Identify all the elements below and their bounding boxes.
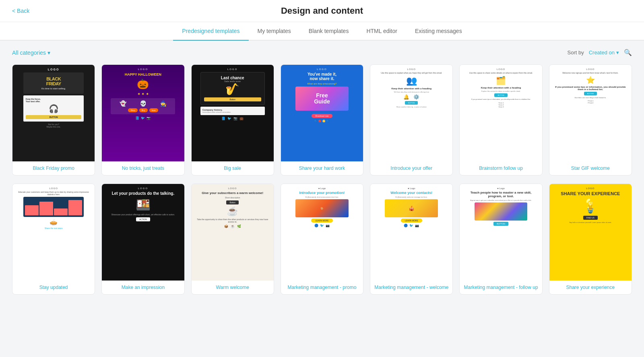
preview-button: BUTTON: [26, 115, 82, 119]
preview-button: ACTION: [136, 217, 150, 221]
btn3: Now: [149, 108, 158, 112]
template-preview: LOGO Use this space to share some detail…: [460, 65, 542, 161]
preview-text: A great way to get your subscriber more …: [470, 199, 531, 201]
preview-text: Take the opportunity to show them the ot…: [195, 218, 270, 223]
template-card-intro-offer[interactable]: LOGO Use this space to explain what you …: [370, 64, 453, 175]
boo-icon: 🎃: [137, 78, 149, 90]
preview-subtitle: Showcase your product offerings with sho…: [111, 213, 175, 216]
skull-icon: 💀: [140, 100, 147, 107]
template-card-marketing-welcome[interactable]: ● Logo Welcome your contacts! Hi {{first…: [370, 184, 453, 295]
template-card-marketing-promo[interactable]: ● Logo Introduce your promotion! Hi {{fi…: [281, 184, 363, 295]
template-preview: ● Logo Teach people how to master a new …: [460, 184, 542, 281]
bar2: [39, 202, 53, 215]
social-fb: 📘: [221, 117, 225, 120]
tab-existing-messages[interactable]: Existing messages: [406, 22, 471, 41]
tab-predesigned[interactable]: Predesigned templates: [173, 22, 248, 41]
template-preview: ● Logo Introduce your promotion! Hi {{fi…: [281, 184, 363, 281]
template-card-share-work[interactable]: LOGO You've made it,now share it. What a…: [281, 64, 363, 175]
social-li: 💼: [239, 117, 244, 120]
social-fb: 📘: [135, 116, 139, 120]
icon2: ⚙️: [413, 94, 419, 100]
tab-html-editor[interactable]: HTML editor: [357, 22, 406, 41]
template-name: Marketing management - promo: [281, 281, 363, 294]
template-name: Marketing management - welcome: [370, 281, 452, 294]
categories-button[interactable]: All categories ▾: [12, 50, 50, 56]
template-name: Black Friday promo: [12, 161, 95, 175]
template-card-black-friday[interactable]: LOGO BLACKFRIDAY It's time to start sell…: [12, 64, 95, 175]
preview-logo: LOGO: [48, 68, 60, 71]
preview-subtitle: Short description: [225, 196, 240, 199]
icon1: 📦: [224, 225, 228, 228]
preview-icons: 🗂️: [496, 76, 506, 85]
preview-banner: Last chance Sale ends soon 🎷 Button: [200, 72, 265, 105]
icon3: 🌿: [237, 225, 241, 228]
bar3: [54, 208, 68, 215]
template-card-marketing-followup[interactable]: ● Logo Teach people how to master a new …: [459, 184, 542, 295]
preview-subtext: Explore this content for ideas or anothe…: [481, 90, 520, 92]
template-preview: LOGO HAPPY HALLOWEEN 🎃 ✦ ✦ ✦ 👻 💀 🧙 Shop …: [102, 65, 184, 161]
template-card-big-sale[interactable]: LOGO Last chance Sale ends soon 🎷 Button…: [191, 64, 274, 175]
ghost-icon: 👻: [120, 100, 126, 107]
social2: 🐦: [320, 224, 324, 227]
preview-logo: LOGO: [497, 68, 505, 70]
preview-social: 📘 🐦 📷 💼: [221, 117, 244, 120]
social1: 🔵: [404, 224, 408, 227]
social-icon2: 🔴: [318, 120, 321, 122]
social-tw: 🐦: [141, 116, 145, 120]
sort-value: Created on: [589, 50, 615, 56]
template-card-stay-updated[interactable]: LOGO Educate your customers and keep the…: [12, 184, 95, 295]
preview-button: Download now: [312, 114, 333, 118]
preview-text1: Use this space to share some details on …: [469, 72, 533, 74]
sort-button[interactable]: Created on ▾: [589, 50, 619, 56]
search-button[interactable]: 🔍: [624, 49, 632, 56]
page-title: Design and content: [281, 6, 363, 16]
template-name: Warm welcome: [192, 281, 274, 294]
preview-logo: ● Logo: [497, 187, 505, 190]
template-name: Marketing management - follow up: [460, 281, 542, 294]
preview-text: Say hello or introduce yourself. Lorem i…: [569, 221, 611, 223]
halloween-icons: 👻 💀 🧙: [113, 100, 173, 107]
preview-content: 👻 💀 🧙 Shop Buy Now: [111, 98, 175, 114]
tab-blank-templates[interactable]: Blank templates: [300, 22, 358, 41]
preview-button: Button: [204, 97, 261, 101]
preview-title: Introduce your promotion!: [299, 191, 345, 195]
categories-label: All categories: [12, 50, 46, 56]
preview-icons: 📦 ☕ 🌿: [224, 225, 241, 228]
social2: 🐦: [409, 224, 413, 227]
preview-text: Educate your customers and keep them up …: [16, 191, 91, 196]
product-icon: 🎷: [204, 83, 261, 96]
witch-icon: 🧙: [160, 100, 167, 107]
tab-my-templates[interactable]: My templates: [249, 22, 300, 41]
people-icon: 👥: [406, 76, 417, 86]
categories-chevron-icon: ▾: [47, 50, 50, 56]
btn1: Shop: [128, 108, 138, 112]
preview-list: • Point 1• Point 2: [587, 100, 593, 104]
back-button[interactable]: < Back: [12, 8, 29, 14]
preview-title: Give your subscribers a warm welcome!: [202, 191, 263, 195]
template-card-make-impression[interactable]: LOGO Let your products do the talking. 🍱…: [101, 184, 184, 295]
share-text: Share the root steps: [45, 227, 63, 229]
icons-row: 🔔 ⚙️: [403, 94, 419, 100]
preview-title: SHARE YOUR EXPERIENCE: [561, 191, 620, 196]
preview-button: BUTTON: [405, 101, 418, 105]
preview-list: • Item 1• Item 2• Item 3: [498, 102, 504, 108]
template-preview: LOGO Let your products do the talking. 🍱…: [102, 184, 184, 281]
template-name: Share your experience: [549, 281, 632, 294]
sort-area: Sort by Created on ▾ 🔍: [567, 49, 632, 56]
preview-button: LEARN MORE: [311, 219, 332, 223]
template-card-brainstorm[interactable]: LOGO Use this space to share some detail…: [459, 64, 542, 175]
template-card-star-gif[interactable]: LOGO Welcome new signups and let them kn…: [549, 64, 632, 175]
template-card-warm-welcome[interactable]: LOGO Give your subscribers a warm welcom…: [191, 184, 274, 295]
template-card-halloween[interactable]: LOGO HAPPY HALLOWEEN 🎃 ✦ ✦ ✦ 👻 💀 🧙 Shop …: [101, 64, 184, 175]
template-card-share-experience[interactable]: LOGO SHARE YOUR EXPERIENCE 💡 FIND US Say…: [549, 184, 632, 295]
preview-title: BLACKFRIDAY: [27, 76, 80, 86]
icon1: 🔔: [403, 94, 409, 100]
preview-button: Button: [226, 200, 238, 204]
template-name: Brainstorm follow up: [460, 161, 542, 175]
preview-logo: LOGO: [138, 187, 148, 190]
chart-area: [23, 197, 84, 217]
template-preview: LOGO BLACKFRIDAY It's time to start sell…: [12, 65, 95, 161]
preview-image: 🎪: [385, 199, 438, 217]
preview-footer: Not for you?Maybe this one.: [46, 123, 60, 128]
preview-subtext: Tell them why they need what you're offe…: [394, 91, 429, 93]
